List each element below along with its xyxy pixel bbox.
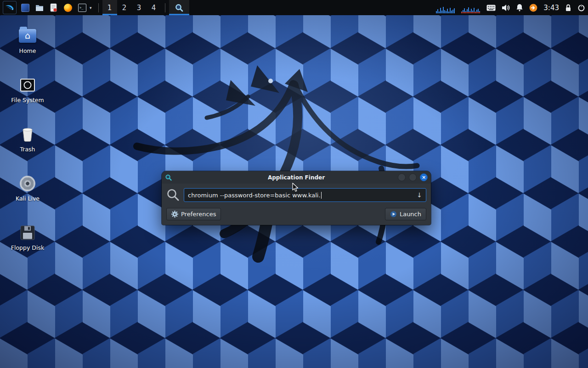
trash-icon <box>20 126 35 143</box>
notifications-bell-icon[interactable] <box>516 4 523 12</box>
minimize-button[interactable] <box>398 173 406 181</box>
text-editor-icon <box>50 3 57 12</box>
window-title: Application Finder <box>162 174 431 181</box>
desktop-icon-label: Trash <box>7 146 48 153</box>
firefox-icon <box>64 4 72 12</box>
workspace-1[interactable]: 1 <box>102 0 117 15</box>
power-icon[interactable] <box>577 4 585 12</box>
history-dropdown-arrow-icon[interactable]: ↓ <box>417 191 422 199</box>
desktop-icon-floppy-disk[interactable]: Floppy Disk <box>7 223 48 251</box>
kali-desktop: >_ ▾ 1 2 3 4 <box>0 0 588 368</box>
search-icon <box>166 188 180 202</box>
workspace-3-label: 3 <box>137 4 141 12</box>
gear-icon <box>171 211 178 218</box>
desktop-icon-label: Home <box>7 47 48 54</box>
top-panel: >_ ▾ 1 2 3 4 <box>0 0 588 15</box>
command-input[interactable]: chromium --password-store=basic www.kali… <box>184 188 426 202</box>
launch-button[interactable]: Launch <box>385 208 426 220</box>
workspace-4-label: 4 <box>152 4 156 12</box>
text-caret <box>321 192 322 199</box>
network-graph-icon[interactable] <box>461 2 481 13</box>
panel-separator <box>165 3 165 12</box>
launcher-terminal[interactable]: >_ <box>77 2 87 14</box>
cpu-graph-icon[interactable] <box>436 2 455 13</box>
desktop-icon-label: File System <box>7 97 48 104</box>
launcher-dropdown-chevron-icon[interactable]: ▾ <box>90 6 92 10</box>
launcher-files[interactable] <box>34 2 45 14</box>
desktop-icon-label: Kali Live <box>7 195 48 202</box>
workspace-1-label: 1 <box>107 4 112 12</box>
workspace-2-label: 2 <box>122 4 127 12</box>
preferences-button[interactable]: Preferences <box>166 208 221 220</box>
screen-lock-icon[interactable] <box>565 4 571 12</box>
panel-separator <box>98 3 99 12</box>
volume-icon[interactable] <box>502 4 510 12</box>
terminal-icon: >_ <box>78 4 86 12</box>
close-icon: × <box>422 175 426 180</box>
desktop-icon-kali-live[interactable]: Kali Live <box>7 173 48 202</box>
panel-launchers: >_ ▾ <box>20 2 93 14</box>
floppy-disk-icon <box>20 225 35 240</box>
updates-icon[interactable] <box>529 4 537 12</box>
kali-logo-icon <box>5 3 15 13</box>
titlebar[interactable]: Application Finder × <box>162 171 431 184</box>
launcher-firefox[interactable] <box>63 2 73 14</box>
files-folder-icon <box>35 4 44 12</box>
clock[interactable]: 3:43 <box>543 4 559 12</box>
desktop-icon-file-system[interactable]: File System <box>7 75 48 104</box>
window-controls: × <box>398 173 428 181</box>
taskbar-application-finder-button[interactable] <box>169 0 189 15</box>
window-icon <box>165 174 172 181</box>
maximize-button[interactable] <box>409 173 417 181</box>
home-folder-icon: ⌂ <box>19 29 36 43</box>
application-finder-window: Application Finder × chromium --password… <box>162 171 431 225</box>
applications-menu-button[interactable] <box>3 1 17 14</box>
workspace-4[interactable]: 4 <box>147 0 161 15</box>
launch-icon <box>390 211 397 218</box>
cd-disc-icon <box>20 176 35 191</box>
preferences-label: Preferences <box>181 211 216 218</box>
workspace-2[interactable]: 2 <box>117 0 132 15</box>
command-input-value: chromium --password-store=basic www.kali… <box>188 192 321 199</box>
desktop-icon-label: Floppy Disk <box>7 244 48 251</box>
filesystem-drive-icon <box>20 79 35 92</box>
workspace-3[interactable]: 3 <box>132 0 147 15</box>
application-finder-icon <box>175 3 184 12</box>
desktop-icon-trash[interactable]: Trash <box>7 124 48 153</box>
dialog-body: chromium --password-store=basic www.kali… <box>162 184 431 225</box>
file-manager-icon <box>21 4 29 12</box>
keyboard-layout-icon[interactable] <box>486 5 496 11</box>
desktop-icon-home[interactable]: ⌂ Home <box>7 26 48 54</box>
panel-status-area: 3:43 <box>436 2 585 13</box>
launch-label: Launch <box>400 211 421 218</box>
launcher-file-manager[interactable] <box>20 2 30 14</box>
close-button[interactable]: × <box>420 173 428 181</box>
launcher-text-editor[interactable] <box>49 2 59 14</box>
